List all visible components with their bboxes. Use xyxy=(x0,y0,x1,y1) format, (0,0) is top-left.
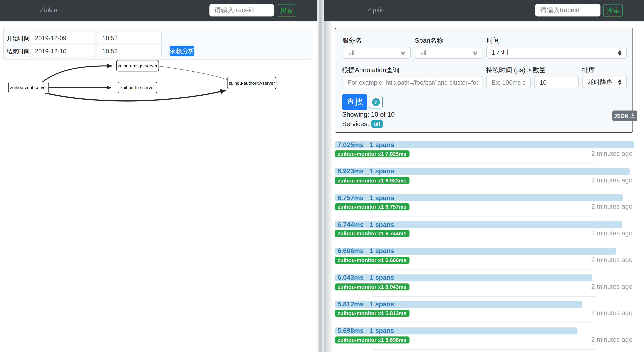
trace-service-badge[interactable]: zuihou-monitor x1 6.606ms xyxy=(335,256,410,264)
trace-duration: 6.606ms xyxy=(338,248,364,255)
scrollbar-thumb[interactable] xyxy=(319,0,322,352)
start-date-input[interactable] xyxy=(30,32,96,44)
trace-separator xyxy=(372,322,596,323)
trace-separator xyxy=(372,163,596,164)
trace-row[interactable]: 5.698ms 1 spans zuihou-monitor x1 5.698m… xyxy=(335,327,634,352)
trace-separator xyxy=(372,190,596,190)
traceid-search-input[interactable] xyxy=(210,4,274,16)
trace-span-count: 1 spans xyxy=(370,168,394,175)
trace-duration-bar[interactable]: 6.606ms 1 spans xyxy=(335,248,616,254)
edge-zuul-to-msgs xyxy=(42,66,112,82)
trace-row[interactable]: 6.744ms 1 spans zuihou-monitor x1 6.744m… xyxy=(335,221,634,248)
trace-duration-bar[interactable]: 6.744ms 1 spans xyxy=(335,221,622,228)
trace-service-badge[interactable]: zuihou-monitor x1 5.698ms xyxy=(335,336,410,343)
trace-duration: 5.812ms xyxy=(338,301,364,308)
trace-timestamp: 2 minutes ago xyxy=(591,283,632,290)
graph-node-authority[interactable]: zuihou-authority-server xyxy=(227,77,276,89)
trace-duration: 6.744ms xyxy=(338,221,364,228)
trace-duration-bar[interactable]: 5.698ms 1 spans xyxy=(335,327,578,334)
traceid-search-button[interactable]: 搜索 xyxy=(278,4,295,17)
trace-search-panel: Zipkin 搜索 服务名 Span名称 时间 all ∨ all ∨ 1 小时 xyxy=(324,0,644,352)
trace-timestamp: 2 minutes ago xyxy=(591,203,632,210)
panel-divider-scrollbar[interactable] xyxy=(318,0,324,352)
trace-row[interactable]: 6.606ms 1 spans zuihou-monitor x1 6.606m… xyxy=(335,248,634,274)
trace-duration-bar[interactable]: 6.757ms 1 spans xyxy=(335,194,623,202)
trace-duration: 7.025ms xyxy=(338,141,364,148)
trace-row[interactable]: 7.025ms 1 spans zuihou-monitor x1 7.025m… xyxy=(335,141,634,168)
dependency-panel: Zipkin 搜索 开始时间 结束时间 依赖分析 zuihou-zu xyxy=(0,0,318,352)
trace-span-count: 1 spans xyxy=(370,248,394,255)
trace-service-badge[interactable]: zuihou-monitor x1 6.043ms xyxy=(335,283,410,290)
trace-list: 7.025ms 1 spans zuihou-monitor x1 7.025m… xyxy=(335,0,634,352)
trace-row[interactable]: 6.757ms 1 spans zuihou-monitor x1 6.757m… xyxy=(335,194,634,221)
trace-service-badge[interactable]: zuihou-monitor x1 6.923ms xyxy=(335,177,410,184)
trace-span-count: 1 spans xyxy=(370,301,394,308)
trace-service-badge[interactable]: zuihou-monitor x1 6.757ms xyxy=(335,204,410,210)
graph-node-msgs[interactable]: zuihou-msgs-server xyxy=(116,60,159,72)
trace-row[interactable]: 6.923ms 1 spans zuihou-monitor x1 6.923m… xyxy=(335,168,634,194)
trace-duration: 5.698ms xyxy=(338,327,364,334)
trace-separator xyxy=(372,296,596,296)
trace-duration-bar[interactable]: 6.923ms 1 spans xyxy=(335,168,630,175)
brand-link[interactable]: Zipkin xyxy=(40,7,57,14)
trace-duration-bar[interactable]: 7.025ms 1 spans xyxy=(335,141,634,148)
trace-span-count: 1 spans xyxy=(370,141,394,148)
trace-timestamp: 2 minutes ago xyxy=(591,336,632,343)
trace-duration: 6.043ms xyxy=(338,274,364,281)
zipkin-app: Zipkin 搜索 开始时间 结束时间 依赖分析 zuihou-zu xyxy=(0,0,644,352)
trace-timestamp: 2 minutes ago xyxy=(591,310,632,317)
start-time-input[interactable] xyxy=(97,32,162,44)
trace-duration: 6.757ms xyxy=(338,194,364,202)
trace-duration-bar[interactable]: 5.812ms 1 spans xyxy=(335,301,582,308)
trace-span-count: 1 spans xyxy=(370,327,394,334)
trace-service-badge[interactable]: zuihou-monitor x1 7.025ms xyxy=(335,150,410,157)
edge-msgs-to-authority xyxy=(159,66,227,80)
trace-duration: 6.923ms xyxy=(338,168,364,175)
trace-timestamp: 2 minutes ago xyxy=(591,256,632,264)
graph-node-file[interactable]: zuihou-file-server xyxy=(118,82,157,93)
trace-service-badge[interactable]: zuihou-monitor x1 6.744ms xyxy=(335,230,410,237)
trace-duration-bar[interactable]: 6.043ms 1 spans xyxy=(335,274,592,281)
trace-span-count: 1 spans xyxy=(370,274,394,281)
trace-separator xyxy=(372,216,596,217)
trace-row[interactable]: 5.812ms 1 spans zuihou-monitor x1 5.812m… xyxy=(335,301,634,327)
trace-separator xyxy=(372,269,596,270)
start-time-label: 开始时间 xyxy=(7,35,30,42)
trace-span-count: 1 spans xyxy=(370,221,394,228)
trace-span-count: 1 spans xyxy=(370,194,394,202)
trace-row[interactable]: 6.043ms 1 spans zuihou-monitor x1 6.043m… xyxy=(335,274,634,301)
trace-timestamp: 2 minutes ago xyxy=(591,176,632,184)
trace-timestamp: 2 minutes ago xyxy=(591,150,632,157)
trace-separator xyxy=(372,349,596,350)
left-navbar: Zipkin 搜索 xyxy=(0,0,318,22)
graph-node-zuul[interactable]: zuihou-zuul-server xyxy=(8,82,49,93)
trace-timestamp: 2 minutes ago xyxy=(591,230,632,237)
trace-service-badge[interactable]: zuihou-monitor x1 5.812ms xyxy=(335,310,410,317)
trace-separator xyxy=(372,243,596,243)
